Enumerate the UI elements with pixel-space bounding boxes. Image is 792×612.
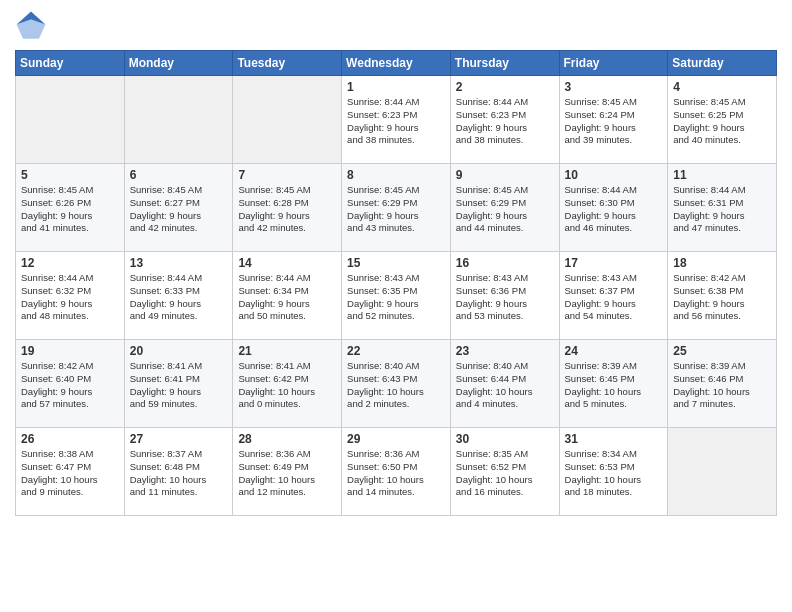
calendar-cell bbox=[668, 428, 777, 516]
calendar-cell: 21Sunrise: 8:41 AM Sunset: 6:42 PM Dayli… bbox=[233, 340, 342, 428]
day-info: Sunrise: 8:44 AM Sunset: 6:23 PM Dayligh… bbox=[347, 96, 445, 147]
day-info: Sunrise: 8:41 AM Sunset: 6:42 PM Dayligh… bbox=[238, 360, 336, 411]
day-info: Sunrise: 8:44 AM Sunset: 6:34 PM Dayligh… bbox=[238, 272, 336, 323]
logo bbox=[15, 10, 51, 42]
calendar-cell: 25Sunrise: 8:39 AM Sunset: 6:46 PM Dayli… bbox=[668, 340, 777, 428]
calendar-week: 26Sunrise: 8:38 AM Sunset: 6:47 PM Dayli… bbox=[16, 428, 777, 516]
day-number: 10 bbox=[565, 168, 663, 182]
day-info: Sunrise: 8:44 AM Sunset: 6:30 PM Dayligh… bbox=[565, 184, 663, 235]
day-number: 20 bbox=[130, 344, 228, 358]
weekday-header: Thursday bbox=[450, 51, 559, 76]
day-number: 25 bbox=[673, 344, 771, 358]
calendar-cell: 26Sunrise: 8:38 AM Sunset: 6:47 PM Dayli… bbox=[16, 428, 125, 516]
calendar-cell: 1Sunrise: 8:44 AM Sunset: 6:23 PM Daylig… bbox=[342, 76, 451, 164]
day-info: Sunrise: 8:37 AM Sunset: 6:48 PM Dayligh… bbox=[130, 448, 228, 499]
calendar-cell: 29Sunrise: 8:36 AM Sunset: 6:50 PM Dayli… bbox=[342, 428, 451, 516]
calendar-cell bbox=[124, 76, 233, 164]
calendar-cell: 17Sunrise: 8:43 AM Sunset: 6:37 PM Dayli… bbox=[559, 252, 668, 340]
calendar-cell: 6Sunrise: 8:45 AM Sunset: 6:27 PM Daylig… bbox=[124, 164, 233, 252]
day-info: Sunrise: 8:45 AM Sunset: 6:29 PM Dayligh… bbox=[347, 184, 445, 235]
calendar-cell: 16Sunrise: 8:43 AM Sunset: 6:36 PM Dayli… bbox=[450, 252, 559, 340]
page: SundayMondayTuesdayWednesdayThursdayFrid… bbox=[0, 0, 792, 612]
day-number: 28 bbox=[238, 432, 336, 446]
logo-icon bbox=[15, 10, 47, 42]
day-info: Sunrise: 8:36 AM Sunset: 6:49 PM Dayligh… bbox=[238, 448, 336, 499]
day-info: Sunrise: 8:40 AM Sunset: 6:44 PM Dayligh… bbox=[456, 360, 554, 411]
day-number: 12 bbox=[21, 256, 119, 270]
calendar: SundayMondayTuesdayWednesdayThursdayFrid… bbox=[15, 50, 777, 516]
day-number: 18 bbox=[673, 256, 771, 270]
day-info: Sunrise: 8:38 AM Sunset: 6:47 PM Dayligh… bbox=[21, 448, 119, 499]
day-number: 9 bbox=[456, 168, 554, 182]
weekday-row: SundayMondayTuesdayWednesdayThursdayFrid… bbox=[16, 51, 777, 76]
day-info: Sunrise: 8:35 AM Sunset: 6:52 PM Dayligh… bbox=[456, 448, 554, 499]
day-number: 24 bbox=[565, 344, 663, 358]
day-info: Sunrise: 8:41 AM Sunset: 6:41 PM Dayligh… bbox=[130, 360, 228, 411]
day-number: 5 bbox=[21, 168, 119, 182]
calendar-cell: 23Sunrise: 8:40 AM Sunset: 6:44 PM Dayli… bbox=[450, 340, 559, 428]
day-number: 6 bbox=[130, 168, 228, 182]
day-info: Sunrise: 8:44 AM Sunset: 6:31 PM Dayligh… bbox=[673, 184, 771, 235]
calendar-cell: 22Sunrise: 8:40 AM Sunset: 6:43 PM Dayli… bbox=[342, 340, 451, 428]
day-info: Sunrise: 8:43 AM Sunset: 6:35 PM Dayligh… bbox=[347, 272, 445, 323]
day-number: 22 bbox=[347, 344, 445, 358]
calendar-cell: 24Sunrise: 8:39 AM Sunset: 6:45 PM Dayli… bbox=[559, 340, 668, 428]
calendar-cell: 9Sunrise: 8:45 AM Sunset: 6:29 PM Daylig… bbox=[450, 164, 559, 252]
day-info: Sunrise: 8:40 AM Sunset: 6:43 PM Dayligh… bbox=[347, 360, 445, 411]
day-number: 23 bbox=[456, 344, 554, 358]
calendar-cell bbox=[233, 76, 342, 164]
day-info: Sunrise: 8:34 AM Sunset: 6:53 PM Dayligh… bbox=[565, 448, 663, 499]
calendar-cell: 19Sunrise: 8:42 AM Sunset: 6:40 PM Dayli… bbox=[16, 340, 125, 428]
calendar-cell: 3Sunrise: 8:45 AM Sunset: 6:24 PM Daylig… bbox=[559, 76, 668, 164]
day-number: 7 bbox=[238, 168, 336, 182]
day-number: 3 bbox=[565, 80, 663, 94]
day-number: 2 bbox=[456, 80, 554, 94]
day-info: Sunrise: 8:36 AM Sunset: 6:50 PM Dayligh… bbox=[347, 448, 445, 499]
day-info: Sunrise: 8:45 AM Sunset: 6:24 PM Dayligh… bbox=[565, 96, 663, 147]
weekday-header: Tuesday bbox=[233, 51, 342, 76]
day-info: Sunrise: 8:43 AM Sunset: 6:37 PM Dayligh… bbox=[565, 272, 663, 323]
calendar-cell: 15Sunrise: 8:43 AM Sunset: 6:35 PM Dayli… bbox=[342, 252, 451, 340]
calendar-cell: 11Sunrise: 8:44 AM Sunset: 6:31 PM Dayli… bbox=[668, 164, 777, 252]
day-number: 29 bbox=[347, 432, 445, 446]
header bbox=[15, 10, 777, 42]
day-info: Sunrise: 8:39 AM Sunset: 6:45 PM Dayligh… bbox=[565, 360, 663, 411]
day-number: 4 bbox=[673, 80, 771, 94]
calendar-cell: 2Sunrise: 8:44 AM Sunset: 6:23 PM Daylig… bbox=[450, 76, 559, 164]
calendar-week: 1Sunrise: 8:44 AM Sunset: 6:23 PM Daylig… bbox=[16, 76, 777, 164]
day-number: 13 bbox=[130, 256, 228, 270]
day-number: 26 bbox=[21, 432, 119, 446]
calendar-cell: 13Sunrise: 8:44 AM Sunset: 6:33 PM Dayli… bbox=[124, 252, 233, 340]
calendar-cell: 14Sunrise: 8:44 AM Sunset: 6:34 PM Dayli… bbox=[233, 252, 342, 340]
day-number: 16 bbox=[456, 256, 554, 270]
calendar-cell: 4Sunrise: 8:45 AM Sunset: 6:25 PM Daylig… bbox=[668, 76, 777, 164]
calendar-cell: 12Sunrise: 8:44 AM Sunset: 6:32 PM Dayli… bbox=[16, 252, 125, 340]
day-number: 21 bbox=[238, 344, 336, 358]
calendar-cell: 10Sunrise: 8:44 AM Sunset: 6:30 PM Dayli… bbox=[559, 164, 668, 252]
day-info: Sunrise: 8:44 AM Sunset: 6:32 PM Dayligh… bbox=[21, 272, 119, 323]
day-number: 17 bbox=[565, 256, 663, 270]
weekday-header: Wednesday bbox=[342, 51, 451, 76]
calendar-cell: 7Sunrise: 8:45 AM Sunset: 6:28 PM Daylig… bbox=[233, 164, 342, 252]
day-number: 1 bbox=[347, 80, 445, 94]
calendar-cell bbox=[16, 76, 125, 164]
calendar-cell: 8Sunrise: 8:45 AM Sunset: 6:29 PM Daylig… bbox=[342, 164, 451, 252]
weekday-header: Friday bbox=[559, 51, 668, 76]
day-number: 31 bbox=[565, 432, 663, 446]
day-number: 27 bbox=[130, 432, 228, 446]
day-number: 15 bbox=[347, 256, 445, 270]
calendar-cell: 28Sunrise: 8:36 AM Sunset: 6:49 PM Dayli… bbox=[233, 428, 342, 516]
day-info: Sunrise: 8:45 AM Sunset: 6:25 PM Dayligh… bbox=[673, 96, 771, 147]
day-info: Sunrise: 8:45 AM Sunset: 6:26 PM Dayligh… bbox=[21, 184, 119, 235]
calendar-cell: 18Sunrise: 8:42 AM Sunset: 6:38 PM Dayli… bbox=[668, 252, 777, 340]
day-info: Sunrise: 8:42 AM Sunset: 6:40 PM Dayligh… bbox=[21, 360, 119, 411]
day-number: 8 bbox=[347, 168, 445, 182]
calendar-header: SundayMondayTuesdayWednesdayThursdayFrid… bbox=[16, 51, 777, 76]
day-number: 14 bbox=[238, 256, 336, 270]
calendar-week: 19Sunrise: 8:42 AM Sunset: 6:40 PM Dayli… bbox=[16, 340, 777, 428]
calendar-cell: 20Sunrise: 8:41 AM Sunset: 6:41 PM Dayli… bbox=[124, 340, 233, 428]
day-info: Sunrise: 8:44 AM Sunset: 6:23 PM Dayligh… bbox=[456, 96, 554, 147]
day-info: Sunrise: 8:45 AM Sunset: 6:29 PM Dayligh… bbox=[456, 184, 554, 235]
weekday-header: Sunday bbox=[16, 51, 125, 76]
day-number: 19 bbox=[21, 344, 119, 358]
